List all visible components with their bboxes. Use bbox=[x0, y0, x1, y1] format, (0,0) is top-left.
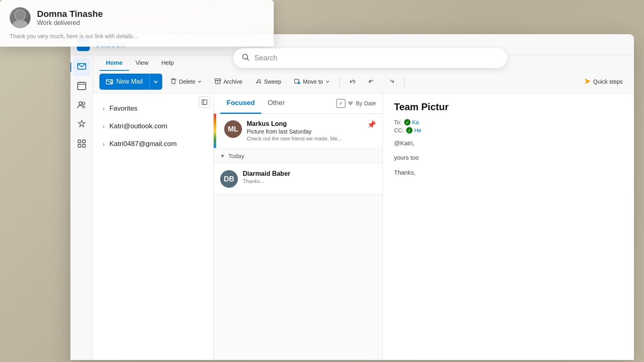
svg-rect-19 bbox=[172, 79, 175, 84]
svg-rect-15 bbox=[83, 144, 85, 147]
reading-cc-line: CC: ✓ He bbox=[394, 127, 623, 134]
email-filter[interactable]: ✓ By Date bbox=[336, 99, 376, 108]
chevron-right-icon: › bbox=[103, 105, 105, 112]
today-chevron-icon: ▼ bbox=[220, 153, 225, 159]
email-item-2[interactable]: DB Diarmaid Baber Thanks... bbox=[214, 164, 382, 195]
email-item-1[interactable]: ML Markus Long Picture from last Saturda… bbox=[214, 114, 382, 148]
search-icon bbox=[242, 53, 250, 63]
tab-other[interactable]: Other bbox=[261, 93, 291, 114]
color-strip bbox=[214, 114, 216, 148]
mail-icon bbox=[77, 62, 87, 73]
sidebar-icons bbox=[70, 55, 93, 360]
reading-body: @Katri, bbox=[394, 138, 623, 148]
content-split: › Favorites › Katri@outlook.com › Katri0… bbox=[93, 93, 634, 360]
sweep-icon bbox=[255, 78, 262, 86]
svg-rect-31 bbox=[202, 100, 207, 105]
to-label: To: bbox=[394, 119, 402, 125]
email-list-panel: Focused Other ✓ By Date bbox=[214, 93, 383, 360]
search-placeholder: Search bbox=[254, 54, 499, 62]
svg-rect-14 bbox=[78, 144, 81, 147]
folder-panel: › Favorites › Katri@outlook.com › Katri0… bbox=[93, 93, 214, 360]
apps-icon bbox=[77, 139, 87, 150]
outlook-window: O Outlook bbox=[70, 34, 634, 360]
recipient-1: ✓ Ka bbox=[404, 119, 419, 125]
new-mail-main[interactable]: New Mail bbox=[99, 74, 149, 90]
email-preview-1: Check out the new friend we made, Me... bbox=[247, 136, 362, 142]
email-avatar-1: ML bbox=[224, 120, 242, 138]
archive-icon bbox=[215, 78, 221, 86]
panel-toggle-button[interactable] bbox=[199, 97, 210, 108]
sweep-button[interactable]: Sweep bbox=[250, 74, 286, 89]
ribbon-separator-2 bbox=[404, 76, 405, 87]
pin-icon: 📌 bbox=[367, 120, 376, 129]
sort-icon bbox=[348, 101, 353, 106]
archive-button[interactable]: Archive bbox=[210, 74, 247, 89]
svg-line-4 bbox=[247, 59, 249, 61]
email-preview-2: Thanks... bbox=[243, 178, 376, 184]
email-content-2: Diarmaid Baber Thanks... bbox=[243, 170, 376, 184]
recipient-1-name: Ka bbox=[412, 119, 419, 125]
folder-item-outlook[interactable]: › Katri@outlook.com bbox=[93, 117, 213, 135]
email-tabs: Focused Other ✓ By Date bbox=[214, 93, 382, 114]
tab-help[interactable]: Help bbox=[155, 55, 180, 71]
email-sender-1: Markus Long bbox=[247, 120, 362, 128]
delete-icon bbox=[170, 78, 177, 86]
today-label: Today bbox=[228, 152, 244, 159]
move-to-label: Move to bbox=[303, 78, 323, 85]
svg-point-10 bbox=[79, 102, 82, 105]
main-content: Home View Help bbox=[93, 55, 634, 360]
sidebar-item-apps[interactable] bbox=[73, 136, 91, 153]
today-section[interactable]: ▼ Today bbox=[214, 148, 382, 164]
reply-button[interactable] bbox=[345, 74, 361, 89]
cc-label: CC: bbox=[394, 127, 404, 134]
reading-thanks: Thanks, bbox=[394, 169, 623, 176]
chevron-right-icon-3: › bbox=[103, 141, 105, 147]
tab-focused[interactable]: Focused bbox=[220, 93, 261, 114]
new-mail-dropdown[interactable] bbox=[149, 74, 162, 90]
reply-all-button[interactable] bbox=[364, 74, 380, 89]
sidebar-item-mail[interactable] bbox=[73, 58, 91, 76]
floating-email-card: Domna Tinashe Work delivered Thank you v… bbox=[0, 0, 274, 47]
new-mail-button[interactable]: New Mail bbox=[99, 74, 162, 90]
reply-all-icon bbox=[369, 78, 375, 86]
reading-to-line: To: ✓ Ka bbox=[394, 119, 623, 125]
svg-rect-12 bbox=[78, 140, 81, 143]
archive-label: Archive bbox=[223, 78, 242, 85]
email-content-1: Markus Long Picture from last Saturday C… bbox=[247, 120, 362, 142]
at-mention: @Katri, bbox=[394, 140, 414, 146]
svg-point-2 bbox=[15, 10, 25, 20]
delete-label: Delete bbox=[179, 78, 195, 85]
reading-header: Team Pictur bbox=[394, 101, 623, 113]
folder-gmail-label: Katri0487@gmail.com bbox=[109, 140, 177, 148]
check-icon-1: ✓ bbox=[404, 119, 411, 125]
reading-title: Team Pictur bbox=[394, 101, 623, 113]
tab-home[interactable]: Home bbox=[99, 55, 129, 71]
filter-icon: ✓ bbox=[336, 99, 345, 108]
svg-rect-13 bbox=[83, 140, 85, 143]
check-icon-2: ✓ bbox=[406, 127, 413, 134]
tab-view[interactable]: View bbox=[129, 55, 155, 71]
email-subject-1: Picture from last Saturday bbox=[247, 128, 362, 135]
ribbon-separator-1 bbox=[339, 76, 340, 87]
move-to-button[interactable]: Move to bbox=[289, 74, 334, 89]
move-to-icon bbox=[294, 78, 301, 86]
delete-button[interactable]: Delete bbox=[165, 74, 206, 89]
floating-subject: Work delivered bbox=[37, 19, 103, 27]
forward-icon bbox=[388, 78, 394, 86]
new-mail-label: New Mail bbox=[116, 78, 143, 85]
search-bar[interactable]: Search bbox=[233, 48, 507, 68]
move-to-dropdown-icon bbox=[326, 80, 330, 84]
forward-button[interactable] bbox=[383, 74, 399, 89]
reading-pane: Team Pictur To: ✓ Ka CC: ✓ He bbox=[383, 93, 634, 360]
sidebar-item-calendar[interactable] bbox=[73, 78, 91, 95]
quick-steps-label: Quick steps bbox=[593, 78, 623, 85]
svg-point-11 bbox=[83, 102, 85, 105]
folder-item-favorites[interactable]: › Favorites bbox=[93, 100, 213, 117]
quick-steps-button[interactable]: Quick steps bbox=[580, 74, 627, 89]
sidebar-item-tasks[interactable] bbox=[73, 116, 91, 134]
ribbon-actions: New Mail bbox=[93, 70, 634, 93]
folder-item-gmail[interactable]: › Katri0487@gmail.com bbox=[93, 135, 213, 153]
sidebar-item-people[interactable] bbox=[73, 97, 91, 115]
sort-label: By Date bbox=[356, 100, 376, 107]
calendar-icon bbox=[77, 81, 87, 93]
